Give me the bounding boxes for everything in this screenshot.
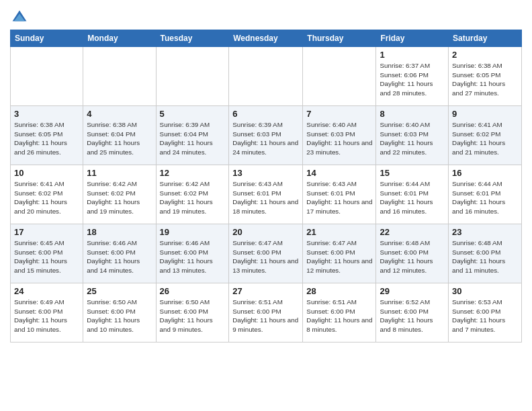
calendar-cell: 19Sunrise: 6:46 AM Sunset: 6:00 PM Dayli…: [156, 224, 229, 283]
day-info: Sunrise: 6:42 AM Sunset: 6:02 PM Dayligh…: [160, 179, 226, 216]
day-info: Sunrise: 6:44 AM Sunset: 6:01 PM Dayligh…: [380, 179, 445, 216]
calendar-cell: 4Sunrise: 6:38 AM Sunset: 6:04 PM Daylig…: [83, 106, 156, 165]
calendar-cell: 28Sunrise: 6:51 AM Sunset: 6:00 PM Dayli…: [303, 283, 376, 342]
calendar-cell: 11Sunrise: 6:42 AM Sunset: 6:02 PM Dayli…: [83, 165, 156, 224]
day-info: Sunrise: 6:41 AM Sunset: 6:02 PM Dayligh…: [14, 179, 79, 216]
calendar-week-row: 3Sunrise: 6:38 AM Sunset: 6:05 PM Daylig…: [11, 106, 522, 165]
day-number: 16: [452, 168, 518, 178]
logo-icon: [11, 9, 28, 26]
calendar-week-row: 17Sunrise: 6:45 AM Sunset: 6:00 PM Dayli…: [11, 224, 522, 283]
calendar-week-row: 24Sunrise: 6:49 AM Sunset: 6:00 PM Dayli…: [11, 283, 522, 342]
day-number: 27: [232, 286, 299, 296]
day-number: 12: [160, 168, 226, 178]
day-info: Sunrise: 6:43 AM Sunset: 6:01 PM Dayligh…: [306, 179, 372, 216]
calendar-cell: 24Sunrise: 6:49 AM Sunset: 6:00 PM Dayli…: [11, 283, 83, 342]
calendar-week-row: 10Sunrise: 6:41 AM Sunset: 6:02 PM Dayli…: [11, 165, 522, 224]
day-number: 7: [306, 109, 372, 119]
logo: [10, 9, 28, 26]
calendar-cell: [156, 47, 229, 106]
day-number: 17: [14, 227, 79, 237]
day-info: Sunrise: 6:38 AM Sunset: 6:05 PM Dayligh…: [14, 120, 79, 157]
day-number: 21: [306, 227, 372, 237]
calendar-cell: 13Sunrise: 6:43 AM Sunset: 6:01 PM Dayli…: [229, 165, 303, 224]
day-number: 18: [87, 227, 152, 237]
day-info: Sunrise: 6:43 AM Sunset: 6:01 PM Dayligh…: [232, 179, 299, 216]
calendar-cell: 10Sunrise: 6:41 AM Sunset: 6:02 PM Dayli…: [11, 165, 83, 224]
day-info: Sunrise: 6:41 AM Sunset: 6:02 PM Dayligh…: [452, 120, 518, 157]
day-info: Sunrise: 6:52 AM Sunset: 6:00 PM Dayligh…: [380, 298, 445, 334]
day-info: Sunrise: 6:45 AM Sunset: 6:00 PM Dayligh…: [14, 238, 79, 275]
calendar-cell: [11, 47, 83, 106]
day-number: 29: [380, 286, 445, 296]
calendar-cell: 15Sunrise: 6:44 AM Sunset: 6:01 PM Dayli…: [376, 165, 449, 224]
day-info: Sunrise: 6:48 AM Sunset: 6:00 PM Dayligh…: [380, 238, 445, 275]
calendar-cell: 9Sunrise: 6:41 AM Sunset: 6:02 PM Daylig…: [449, 106, 522, 165]
calendar-cell: [303, 47, 376, 106]
calendar-cell: 29Sunrise: 6:52 AM Sunset: 6:00 PM Dayli…: [376, 283, 449, 342]
day-number: 28: [306, 286, 372, 296]
day-info: Sunrise: 6:37 AM Sunset: 6:06 PM Dayligh…: [380, 61, 445, 98]
calendar-cell: 27Sunrise: 6:51 AM Sunset: 6:00 PM Dayli…: [229, 283, 303, 342]
calendar-cell: 3Sunrise: 6:38 AM Sunset: 6:05 PM Daylig…: [11, 106, 83, 165]
day-info: Sunrise: 6:46 AM Sunset: 6:00 PM Dayligh…: [160, 238, 226, 275]
header: [10, 7, 522, 26]
calendar-cell: 23Sunrise: 6:48 AM Sunset: 6:00 PM Dayli…: [449, 224, 522, 283]
day-info: Sunrise: 6:47 AM Sunset: 6:00 PM Dayligh…: [232, 238, 299, 275]
calendar-cell: 20Sunrise: 6:47 AM Sunset: 6:00 PM Dayli…: [229, 224, 303, 283]
day-number: 23: [452, 227, 518, 237]
day-number: 19: [160, 227, 226, 237]
calendar-day-header: Monday: [83, 30, 156, 47]
calendar-day-header: Thursday: [303, 30, 376, 47]
day-info: Sunrise: 6:53 AM Sunset: 6:00 PM Dayligh…: [452, 298, 518, 334]
day-number: 26: [160, 286, 226, 296]
calendar-header-row: SundayMondayTuesdayWednesdayThursdayFrid…: [11, 30, 522, 47]
day-info: Sunrise: 6:40 AM Sunset: 6:03 PM Dayligh…: [380, 120, 445, 157]
day-info: Sunrise: 6:51 AM Sunset: 6:00 PM Dayligh…: [232, 298, 299, 334]
page-container: SundayMondayTuesdayWednesdayThursdayFrid…: [0, 0, 532, 349]
day-info: Sunrise: 6:40 AM Sunset: 6:03 PM Dayligh…: [306, 120, 372, 157]
day-info: Sunrise: 6:39 AM Sunset: 6:03 PM Dayligh…: [232, 120, 299, 157]
day-info: Sunrise: 6:49 AM Sunset: 6:00 PM Dayligh…: [14, 298, 79, 334]
day-number: 4: [87, 109, 152, 119]
day-number: 15: [380, 168, 445, 178]
day-info: Sunrise: 6:50 AM Sunset: 6:00 PM Dayligh…: [87, 298, 152, 334]
day-info: Sunrise: 6:50 AM Sunset: 6:00 PM Dayligh…: [160, 298, 226, 334]
day-number: 11: [87, 168, 152, 178]
calendar-cell: 18Sunrise: 6:46 AM Sunset: 6:00 PM Dayli…: [83, 224, 156, 283]
calendar-cell: 12Sunrise: 6:42 AM Sunset: 6:02 PM Dayli…: [156, 165, 229, 224]
calendar-cell: 17Sunrise: 6:45 AM Sunset: 6:00 PM Dayli…: [11, 224, 83, 283]
day-info: Sunrise: 6:38 AM Sunset: 6:05 PM Dayligh…: [452, 61, 518, 98]
day-number: 1: [380, 50, 445, 60]
day-info: Sunrise: 6:48 AM Sunset: 6:00 PM Dayligh…: [452, 238, 518, 275]
day-info: Sunrise: 6:44 AM Sunset: 6:01 PM Dayligh…: [452, 179, 518, 216]
day-number: 14: [306, 168, 372, 178]
day-info: Sunrise: 6:38 AM Sunset: 6:04 PM Dayligh…: [87, 120, 152, 157]
day-number: 13: [232, 168, 299, 178]
day-number: 10: [14, 168, 79, 178]
calendar-cell: 5Sunrise: 6:39 AM Sunset: 6:04 PM Daylig…: [156, 106, 229, 165]
day-number: 8: [380, 109, 445, 119]
calendar-cell: 26Sunrise: 6:50 AM Sunset: 6:00 PM Dayli…: [156, 283, 229, 342]
calendar-cell: [229, 47, 303, 106]
calendar-day-header: Sunday: [11, 30, 83, 47]
day-number: 24: [14, 286, 79, 296]
calendar-cell: 30Sunrise: 6:53 AM Sunset: 6:00 PM Dayli…: [449, 283, 522, 342]
day-number: 25: [87, 286, 152, 296]
calendar-cell: 1Sunrise: 6:37 AM Sunset: 6:06 PM Daylig…: [376, 47, 449, 106]
calendar-cell: 7Sunrise: 6:40 AM Sunset: 6:03 PM Daylig…: [303, 106, 376, 165]
day-number: 6: [232, 109, 299, 119]
calendar-cell: 6Sunrise: 6:39 AM Sunset: 6:03 PM Daylig…: [229, 106, 303, 165]
calendar-day-header: Tuesday: [156, 30, 229, 47]
calendar-cell: 25Sunrise: 6:50 AM Sunset: 6:00 PM Dayli…: [83, 283, 156, 342]
day-number: 2: [452, 50, 518, 60]
day-info: Sunrise: 6:42 AM Sunset: 6:02 PM Dayligh…: [87, 179, 152, 216]
calendar-cell: 8Sunrise: 6:40 AM Sunset: 6:03 PM Daylig…: [376, 106, 449, 165]
day-number: 30: [452, 286, 518, 296]
calendar-table: SundayMondayTuesdayWednesdayThursdayFrid…: [10, 30, 522, 342]
calendar-cell: 21Sunrise: 6:47 AM Sunset: 6:00 PM Dayli…: [303, 224, 376, 283]
calendar-week-row: 1Sunrise: 6:37 AM Sunset: 6:06 PM Daylig…: [11, 47, 522, 106]
day-number: 3: [14, 109, 79, 119]
calendar-day-header: Wednesday: [229, 30, 303, 47]
calendar-cell: 22Sunrise: 6:48 AM Sunset: 6:00 PM Dayli…: [376, 224, 449, 283]
day-info: Sunrise: 6:46 AM Sunset: 6:00 PM Dayligh…: [87, 238, 152, 275]
